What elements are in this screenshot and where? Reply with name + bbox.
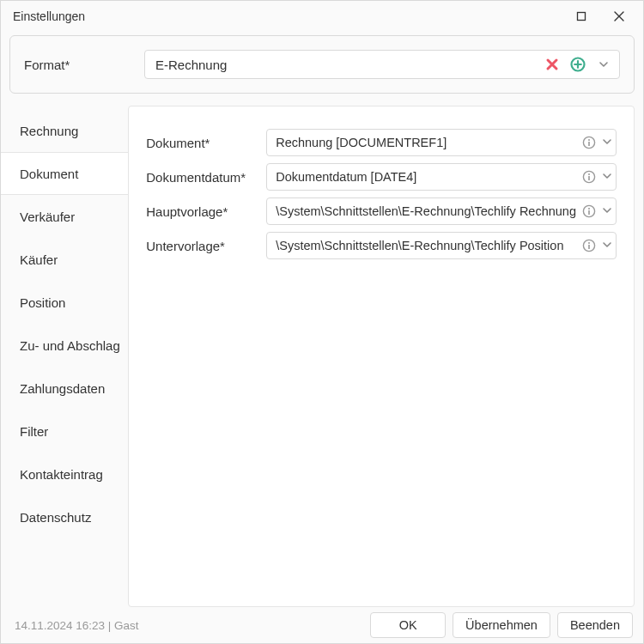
field-value: Rechnung [DOCUMENTREF1] [276,136,576,149]
sidebar-item-kontakteintrag[interactable]: Kontakteintrag [1,453,128,495]
svg-rect-7 [588,176,590,180]
sidebar-item-verkaeufer[interactable]: Verkäufer [1,195,128,238]
cancel-button[interactable]: Beenden [557,612,633,638]
info-button[interactable] [580,236,598,255]
sidebar-item-label: Datenschutz [20,510,91,525]
info-button[interactable] [580,167,598,186]
format-combobox[interactable]: E-Rechnung [144,50,620,79]
dropdown-toggle[interactable] [602,204,612,218]
ok-label: OK [399,618,417,632]
clear-icon [545,58,559,71]
sidebar-item-rechnung[interactable]: Rechnung [1,109,128,152]
sidebar-item-label: Dokument [20,167,78,181]
close-icon [614,11,624,21]
chevron-down-icon [602,137,612,147]
info-button[interactable] [580,133,598,152]
sidebar-item-position[interactable]: Position [1,281,128,324]
chevron-down-icon [602,240,612,250]
sidebar-item-abschlag[interactable]: Zu- und Abschlag [1,324,128,367]
info-button[interactable] [580,202,598,221]
sidebar-item-label: Käufer [20,252,58,267]
dokumentdatum-select[interactable]: Dokumentdatum [DATE4] [266,163,617,191]
field-label: Untervorlage* [146,239,258,253]
sidebar-item-filter[interactable]: Filter [1,410,128,453]
format-section: Format* E-Rechnung [9,35,635,94]
dialog-body: Rechnung Dokument Verkäufer Käufer Posit… [1,106,635,607]
svg-rect-13 [588,245,590,249]
sidebar-item-label: Position [20,295,65,310]
status-text: 14.11.2024 16:23 | Gast [15,619,363,632]
dropdown-toggle[interactable] [602,239,612,252]
format-value: E-Rechnung [155,58,537,72]
svg-point-9 [588,208,590,210]
sidebar-item-label: Rechnung [20,124,78,138]
row-dokument: Dokument* Rechnung [DOCUMENTREF1] [146,127,617,158]
field-value: Dokumentdatum [DATE4] [276,170,576,184]
ok-button[interactable]: OK [370,612,446,638]
content-panel: Dokument* Rechnung [DOCUMENTREF1] [128,106,635,607]
dropdown-toggle[interactable] [602,170,612,184]
sidebar-item-label: Verkäufer [20,210,75,224]
svg-rect-10 [588,210,590,215]
field-label: Dokumentdatum* [146,170,258,185]
sidebar-item-label: Zahlungsdaten [20,381,105,396]
sidebar-item-label: Kontakteintrag [20,467,103,482]
dialog-footer: 14.11.2024 16:23 | Gast OK Übernehmen Be… [1,607,643,643]
settings-dialog: Einstellungen Format* E-Rechnung [0,0,644,644]
hauptvorlage-select[interactable]: \System\Schnittstellen\E-Rechnung\Techli… [266,197,617,225]
svg-point-3 [588,139,590,141]
info-icon [582,136,596,149]
row-untervorlage: Untervorlage* \System\Schnittstellen\E-R… [146,230,617,261]
window-title: Einstellungen [13,9,562,23]
row-hauptvorlage: Hauptvorlage* \System\Schnittstellen\E-R… [146,196,617,227]
svg-rect-0 [578,13,586,21]
titlebar: Einstellungen [1,1,643,32]
maximize-icon [576,11,586,21]
format-clear-button[interactable] [542,54,562,75]
apply-label: Übernehmen [465,618,538,632]
dropdown-toggle[interactable] [602,136,612,149]
sidebar-item-label: Zu- und Abschlag [20,338,120,353]
sidebar: Rechnung Dokument Verkäufer Käufer Posit… [1,106,128,607]
svg-point-6 [588,173,590,175]
dokument-select[interactable]: Rechnung [DOCUMENTREF1] [266,129,617,156]
untervorlage-select[interactable]: \System\Schnittstellen\E-Rechnung\Techli… [266,232,617,259]
close-button[interactable] [600,1,638,32]
format-add-button[interactable] [568,54,588,75]
field-label: Hauptvorlage* [146,204,258,219]
add-icon [570,57,586,72]
maximize-button[interactable] [562,1,600,32]
cancel-label: Beenden [570,618,620,632]
field-value: \System\Schnittstellen\E-Rechnung\Techli… [276,204,576,218]
info-icon [582,170,596,184]
chevron-down-icon [598,59,609,70]
sidebar-item-label: Filter [20,424,48,439]
sidebar-item-zahlungsdaten[interactable]: Zahlungsdaten [1,367,128,410]
chevron-down-icon [602,171,612,181]
sidebar-item-dokument[interactable]: Dokument [1,152,128,195]
apply-button[interactable]: Übernehmen [453,612,550,638]
row-dokumentdatum: Dokumentdatum* Dokumentdatum [DATE4] [146,161,617,192]
svg-rect-4 [588,142,590,146]
info-icon [582,239,596,252]
chevron-down-icon [602,205,612,216]
format-dropdown-toggle[interactable] [593,54,614,75]
field-value: \System\Schnittstellen\E-Rechnung\Techli… [276,239,576,252]
sidebar-item-kaeufer[interactable]: Käufer [1,238,128,281]
field-label: Dokument* [146,136,258,150]
sidebar-item-datenschutz[interactable]: Datenschutz [1,495,128,538]
svg-point-12 [588,242,590,244]
format-label: Format* [24,58,136,72]
info-icon [582,204,596,218]
